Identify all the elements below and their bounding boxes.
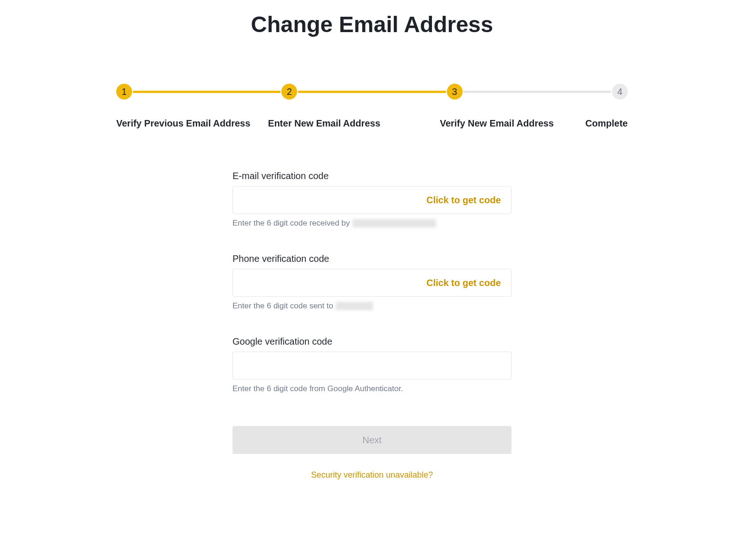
phone-get-code-button[interactable]: Click to get code — [416, 269, 511, 296]
redacted-email — [352, 219, 436, 227]
email-code-hint-text: Enter the 6 digit code received by — [232, 219, 350, 228]
email-code-hint: Enter the 6 digit code received by — [232, 219, 512, 228]
phone-code-input-wrapper: Click to get code — [232, 269, 512, 297]
step-line-2-3 — [298, 91, 445, 93]
step-line-3-4 — [464, 91, 611, 93]
phone-verification-group: Phone verification code Click to get cod… — [232, 253, 512, 311]
google-code-label: Google verification code — [232, 336, 512, 347]
redacted-phone — [336, 302, 373, 310]
stepper-labels: Verify Previous Email Address Enter New … — [116, 118, 628, 129]
step-line-1-2 — [133, 91, 280, 93]
next-button[interactable]: Next — [232, 426, 512, 454]
page-title: Change Email Address — [0, 12, 744, 37]
step-circle-2: 2 — [281, 84, 297, 100]
stepper: 1 2 3 4 Verify Previous Email Address En… — [93, 84, 651, 129]
google-code-hint: Enter the 6 digit code from Google Authe… — [232, 384, 512, 393]
phone-code-hint-text: Enter the 6 digit code sent to — [232, 301, 333, 311]
step-label-1: Verify Previous Email Address — [116, 118, 250, 129]
step-label-2: Enter New Email Address — [268, 118, 380, 129]
security-unavailable-link[interactable]: Security verification unavailable? — [232, 470, 512, 480]
email-code-input-wrapper: Click to get code — [232, 186, 512, 214]
google-verification-group: Google verification code Enter the 6 dig… — [232, 336, 512, 393]
step-circle-1: 1 — [116, 84, 132, 100]
verification-form: E-mail verification code Click to get co… — [232, 171, 512, 480]
step-label-4: Complete — [585, 118, 628, 129]
step-circle-3: 3 — [447, 84, 463, 100]
phone-code-hint: Enter the 6 digit code sent to — [232, 301, 512, 311]
email-get-code-button[interactable]: Click to get code — [416, 187, 511, 213]
email-code-input[interactable] — [233, 187, 416, 213]
stepper-track: 1 2 3 4 — [116, 84, 628, 100]
step-circle-4: 4 — [612, 84, 628, 100]
email-verification-group: E-mail verification code Click to get co… — [232, 171, 512, 228]
google-code-input-wrapper — [232, 352, 512, 380]
google-code-input[interactable] — [233, 352, 511, 379]
phone-code-input[interactable] — [233, 269, 416, 296]
phone-code-label: Phone verification code — [232, 253, 512, 264]
step-label-3: Verify New Email Address — [440, 118, 554, 129]
email-code-label: E-mail verification code — [232, 171, 512, 181]
